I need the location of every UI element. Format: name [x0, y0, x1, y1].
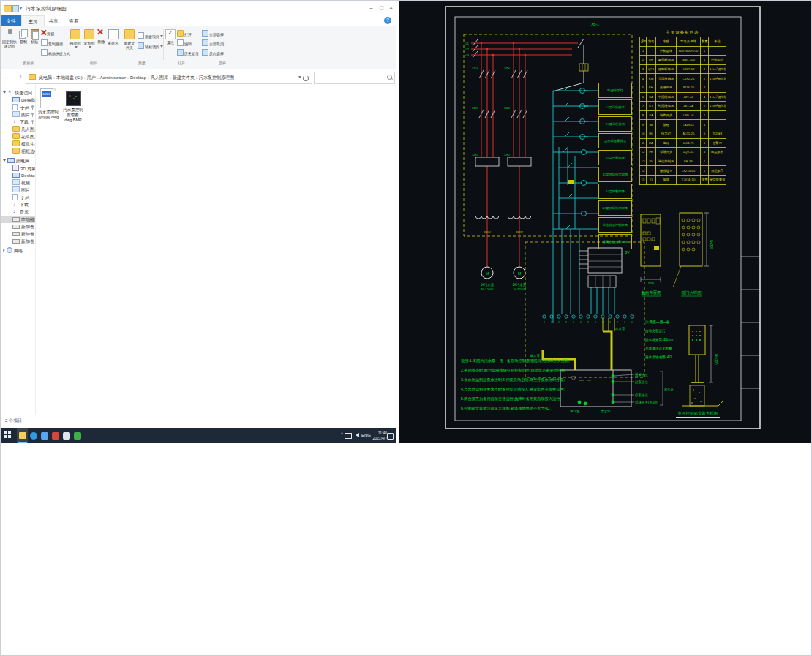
rename-icon [108, 29, 119, 39]
close-button[interactable]: × [386, 3, 396, 12]
svg-text:M: M [518, 271, 521, 276]
sidebar-item[interactable]: 文档 [1, 194, 35, 201]
chevron-icon[interactable] [3, 159, 6, 162]
history-button[interactable]: 历史记录 [177, 49, 199, 57]
sidebar-section[interactable]: 快速访问 [1, 89, 35, 97]
select-all-button[interactable]: 全部选择 [202, 30, 224, 38]
select-none-icon [202, 39, 208, 46]
sidebar-item[interactable]: 文档 [1, 104, 35, 111]
quick-access-caret-icon[interactable]: ▾ [20, 5, 23, 11]
sidebar-item[interactable]: 新加卷 (E:) [1, 230, 35, 238]
notification-center-icon[interactable] [387, 433, 394, 440]
sidebar-item[interactable]: 图片 [1, 186, 35, 194]
pin-icon [31, 120, 34, 122]
sidebar-item[interactable]: 相框边框图 [1, 148, 35, 155]
chevron-icon[interactable] [3, 91, 6, 94]
sidebar-item[interactable]: 凡人图库 [1, 126, 35, 133]
paste-button[interactable]: 粘贴 [29, 29, 40, 61]
select-none-button[interactable]: 全部取消 [202, 39, 224, 48]
sidebar-item[interactable]: 新加卷 (D:) [1, 223, 35, 230]
note-line: 2.手动状态时,两台泵由按钮分别控制启停,自动状态由液位控制; [461, 366, 607, 375]
taskbar-app-app-red[interactable] [50, 428, 61, 443]
edit-button[interactable]: 编辑 [177, 39, 192, 48]
taskbar-app-browser[interactable] [28, 428, 39, 443]
tab-view[interactable]: 查看 [64, 15, 84, 26]
sidebar-item[interactable]: 下载 [1, 118, 35, 126]
language-indicator[interactable]: ENG [361, 433, 371, 437]
tab-share[interactable]: 共享 [43, 15, 64, 26]
forward-button[interactable]: → [11, 74, 17, 81]
table-row: 8SA转换开关LW5-161 [640, 110, 726, 120]
sidebar-item[interactable]: 视频 [1, 179, 35, 186]
chevron-icon[interactable] [3, 249, 5, 252]
taskbar-app-file-explorer[interactable] [17, 428, 28, 443]
file-item-dwg[interactable]: DWG 污水泵控制 原理图.dwg [34, 88, 62, 120]
new-item-button[interactable]: 新建项目 [138, 32, 163, 40]
properties-button[interactable]: ✓ 属性 [165, 29, 176, 61]
sidebar-item[interactable]: 3D 对象 [1, 165, 35, 172]
table-row: 10HL指示灯AD11-256红2绿4 [640, 129, 726, 138]
sidebar-section[interactable]: 网络 [1, 247, 35, 255]
address-dropdown-icon[interactable] [298, 76, 301, 78]
breadcrumb-item[interactable]: 此电脑 [37, 75, 53, 80]
back-button[interactable]: ← [4, 74, 10, 81]
move-to-button[interactable]: 移动到 [69, 29, 82, 61]
invert-selection-button[interactable]: 反向选择 [202, 49, 224, 57]
up-button[interactable]: ↑ [19, 74, 22, 81]
open-button[interactable]: 打开 [177, 30, 192, 38]
search-icon[interactable] [387, 75, 392, 80]
breadcrumb-item[interactable]: 新建文件夹 [171, 75, 196, 80]
quick-access-toolbar-icon[interactable] [12, 5, 19, 12]
ribbon: 固定到快速访问 复制 粘贴 剪切 复制路径 粘贴快捷方式 移动到 复制到 [1, 26, 396, 69]
new-folder-button[interactable]: 新建文件夹 [123, 29, 136, 61]
sidebar-item[interactable]: 图片 [1, 111, 35, 118]
sidebar-item[interactable]: Desktop [1, 172, 35, 179]
pane-divider[interactable] [35, 84, 36, 415]
clock[interactable]: 11:40 2021/4/7 [373, 431, 387, 441]
sidebar-section[interactable]: 此电脑 [1, 157, 35, 165]
sidebar-item[interactable]: Desktop [1, 97, 35, 104]
dwg-file-icon: DWG [40, 88, 56, 108]
fold-icon [12, 140, 20, 146]
copy-to-button[interactable]: 复制到 [83, 29, 96, 61]
svg-text:KM2: KM2 [504, 107, 510, 110]
taskbar-app-notes-app[interactable] [39, 428, 50, 443]
search-input[interactable] [315, 73, 386, 83]
file-item-bmp[interactable]: 污水泵控制 原理图. dwg.BMP [61, 91, 86, 123]
display-tray-icon[interactable] [345, 433, 352, 439]
cut-button[interactable]: 剪切 [41, 30, 54, 38]
breadcrumb-item[interactable]: Administrator [99, 75, 127, 80]
breadcrumb-item[interactable]: 凡人图库 [149, 75, 170, 80]
taskbar-app-app-green[interactable] [72, 428, 83, 443]
help-button[interactable]: ? [384, 17, 391, 24]
sidebar-item[interactable]: 下载 [1, 201, 35, 208]
tab-file[interactable]: 文件 [1, 15, 21, 26]
volume-icon[interactable] [356, 433, 359, 437]
sidebar-item[interactable]: 音乐 [1, 208, 35, 216]
hidden-icons-chevron[interactable]: ^ [341, 431, 343, 437]
refresh-icon[interactable] [303, 75, 309, 81]
start-button[interactable] [4, 431, 12, 439]
sidebar-item[interactable]: 本地磁盘 (C:) [1, 216, 35, 223]
breadcrumb-item[interactable]: 用户 [86, 75, 97, 80]
pin-to-quick-access-button[interactable]: 固定到快速访问 [2, 29, 17, 61]
breadcrumb-item[interactable]: Desktop [129, 75, 148, 80]
delete-button[interactable]: 删除 [97, 29, 106, 61]
edit-icon [177, 39, 184, 46]
breadcrumb-item[interactable]: 本地磁盘 (C:) [55, 75, 84, 80]
breadcrumb-item[interactable]: 污水泵控制原理图 [198, 75, 236, 80]
rename-button[interactable]: 重命名 [107, 29, 119, 61]
delete-icon [97, 29, 106, 38]
taskbar-app-app-light[interactable] [61, 428, 72, 443]
sidebar-item[interactable]: 新加卷 (F:) [1, 238, 35, 245]
tab-home[interactable]: 主页 [21, 15, 45, 27]
easy-access-button[interactable]: 轻松访问 [138, 42, 163, 50]
sidebar-item[interactable]: 模具生成模型 [1, 140, 35, 148]
sidebar-item[interactable]: 花草图片素材 [1, 133, 35, 140]
paste-shortcut-button[interactable]: 粘贴快捷方式 [41, 49, 70, 57]
minimize-button[interactable]: – [366, 3, 376, 12]
file-name: 污水泵控制 原理图. dwg.BMP [61, 108, 86, 123]
copy-path-button[interactable]: 复制路径 [41, 39, 63, 48]
maximize-button[interactable]: □ [377, 3, 386, 12]
copy-button[interactable]: 复制 [18, 29, 29, 61]
